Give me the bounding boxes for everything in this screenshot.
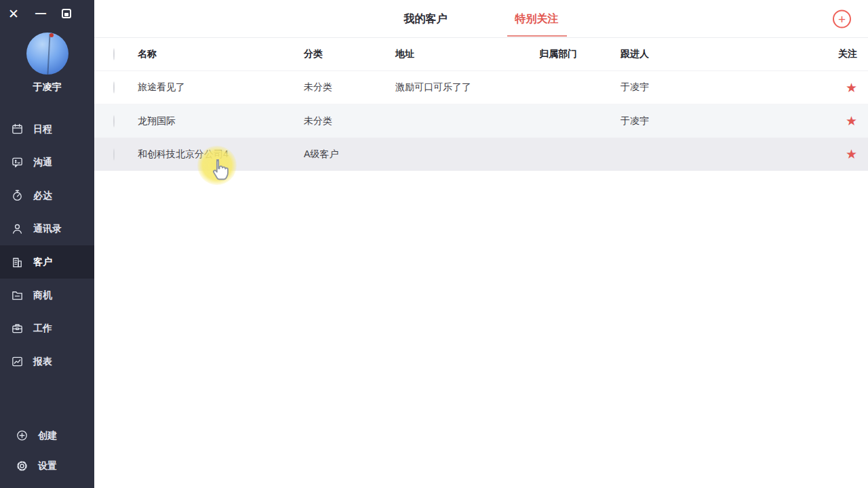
sidebar-item-label: 设置: [38, 460, 57, 472]
column-header-follower[interactable]: 跟进人: [620, 48, 818, 60]
tab-my-customers[interactable]: 我的客户: [396, 1, 456, 37]
sidebar-item-label: 沟通: [33, 157, 52, 169]
cell-category: A级客户: [304, 148, 395, 161]
window-controls: ✕ —: [0, 0, 94, 22]
avatar[interactable]: [26, 33, 68, 75]
cell-category: 未分类: [304, 115, 395, 127]
sidebar-item-schedule[interactable]: 日程: [0, 113, 94, 146]
sidebar-nav: 日程 沟通 必达 通讯录 客户 商机 工作 报表: [0, 113, 94, 378]
user-name: 于凌宇: [0, 81, 94, 94]
sidebar-item-label: 必达: [33, 190, 52, 202]
sidebar-footer: 创建 设置: [0, 420, 94, 481]
sidebar-item-contacts[interactable]: 通讯录: [0, 212, 94, 245]
cell-category: 未分类: [304, 81, 395, 94]
column-header-star[interactable]: 关注: [818, 48, 868, 60]
sidebar-item-opportunities[interactable]: 商机: [0, 279, 94, 312]
sidebar-item-settings[interactable]: 设置: [0, 451, 94, 481]
star-icon[interactable]: ★: [846, 81, 857, 95]
plus-circle-icon: [16, 429, 28, 442]
sidebar: ✕ — 于凌宇 日程 沟通 必达 通讯录 客户 商机: [0, 0, 94, 488]
sidebar-item-communication[interactable]: 沟通: [0, 146, 94, 179]
contacts-icon: [11, 222, 24, 235]
main-content: 我的客户 特别关注 + 名称 分类 地址 归属部门 跟进人 关注 旅途看见了 未…: [94, 0, 868, 488]
plus-icon: +: [838, 12, 846, 25]
select-all-checkbox[interactable]: [113, 48, 115, 60]
maximize-icon[interactable]: [62, 9, 71, 18]
table-header-row: 名称 分类 地址 归属部门 跟进人 关注: [94, 38, 868, 71]
cell-name: 龙翔国际: [138, 115, 304, 127]
add-customer-button[interactable]: +: [833, 9, 851, 28]
table-row[interactable]: 旅途看见了 未分类 激励可口可乐了了 于凌宇 ★: [94, 71, 868, 104]
gear-icon: [16, 460, 28, 472]
row-checkbox[interactable]: [113, 81, 115, 94]
column-header-address[interactable]: 地址: [395, 48, 539, 60]
sidebar-item-label: 创建: [38, 430, 57, 442]
tab-special-focus[interactable]: 特别关注: [507, 1, 567, 37]
hand-cursor-icon: [208, 157, 232, 181]
sidebar-item-label: 客户: [33, 256, 52, 268]
cell-address: 激励可口可乐了了: [395, 81, 539, 94]
folder-icon: [11, 289, 24, 302]
building-icon: [11, 256, 24, 268]
stopwatch-icon: [11, 189, 24, 202]
briefcase-icon: [11, 322, 24, 335]
row-checkbox[interactable]: [113, 148, 115, 161]
sidebar-item-create[interactable]: 创建: [0, 420, 94, 451]
cell-follower: 于凌宇: [620, 115, 818, 127]
column-header-name[interactable]: 名称: [138, 48, 304, 60]
row-checkbox[interactable]: [113, 115, 115, 127]
column-header-category[interactable]: 分类: [304, 48, 395, 60]
chat-icon: [11, 156, 24, 169]
calendar-icon: [11, 123, 24, 136]
cell-name: 旅途看见了: [138, 81, 304, 94]
star-icon[interactable]: ★: [846, 147, 857, 161]
sidebar-item-reminder[interactable]: 必达: [0, 179, 94, 212]
chart-icon: [11, 355, 24, 368]
close-icon[interactable]: ✕: [8, 7, 19, 20]
sidebar-item-label: 商机: [33, 289, 52, 302]
minimize-icon[interactable]: —: [35, 8, 45, 19]
sidebar-item-label: 报表: [33, 356, 52, 368]
sidebar-item-work[interactable]: 工作: [0, 312, 94, 345]
sidebar-item-label: 工作: [33, 323, 52, 335]
sidebar-item-label: 日程: [33, 123, 52, 136]
column-header-department[interactable]: 归属部门: [539, 48, 620, 60]
table-row[interactable]: 龙翔国际 未分类 于凌宇 ★: [94, 104, 868, 138]
sidebar-item-reports[interactable]: 报表: [0, 345, 94, 378]
sidebar-item-label: 通讯录: [33, 223, 62, 235]
sidebar-item-customers[interactable]: 客户: [0, 245, 94, 279]
cell-follower: 于凌宇: [620, 81, 818, 94]
star-icon[interactable]: ★: [846, 114, 857, 128]
tab-bar: 我的客户 特别关注 +: [94, 0, 868, 38]
